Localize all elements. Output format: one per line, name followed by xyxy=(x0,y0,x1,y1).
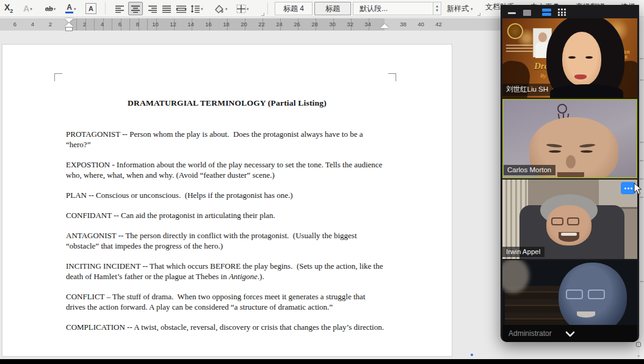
right-sidebar-strip xyxy=(639,0,644,359)
term-text: ANTAGONIST xyxy=(66,231,117,240)
video-tile-irwin-appel[interactable]: Irwin Appel xyxy=(502,180,637,259)
meeting-window-header[interactable] xyxy=(501,5,639,18)
glasses xyxy=(588,289,605,299)
font-color-icon[interactable]: A ▾ xyxy=(64,2,78,15)
term-text: COMPLICATION xyxy=(66,322,125,332)
glasses xyxy=(566,289,583,299)
paragraph-confidant: CONFIDANT -- Can aid the protagonist in … xyxy=(66,210,385,220)
paragraph-protagonist: PROTAGONIST -- Person whom the play is a… xyxy=(66,129,385,150)
line-spacing-icon[interactable]: ▾ xyxy=(189,2,204,15)
university-emblem xyxy=(507,23,523,39)
glasses xyxy=(551,217,563,225)
chevron-down-icon: ▾ xyxy=(225,7,228,11)
speaker-view-icon[interactable] xyxy=(542,9,551,17)
paragraph-plan: PLAN -- Conscious or unconscious. (Helps… xyxy=(66,190,385,200)
ruler-numbers-left: 642 xyxy=(6,21,59,27)
toolbar-divider xyxy=(105,2,106,15)
chevron-down-icon: ▾ xyxy=(74,7,76,11)
style-title[interactable]: 标题 xyxy=(314,2,351,15)
term-text: CONFLICT xyxy=(66,292,104,301)
paragraph-antagonist: ANTAGONIST -- The person directly in con… xyxy=(66,230,385,251)
term-text: PROTAGONIST xyxy=(66,129,120,139)
right-indent-marker[interactable] xyxy=(380,24,389,28)
margin-corner-mark xyxy=(54,73,62,81)
dreamcatcher-decor xyxy=(557,104,567,114)
subscript-2: 2 xyxy=(10,8,13,14)
definition-text: -- A twist, obstacle, reversal, discover… xyxy=(125,322,384,332)
collapse-chevron-button[interactable] xyxy=(562,329,579,339)
paragraph-inciting-incident: INCITING INCIDENT -- That which occurs B… xyxy=(66,261,385,282)
page-title: DRAMATURGIAL TERMINOLOGY (Partial Listin… xyxy=(2,98,452,108)
case-change-icon[interactable]: A▾ xyxy=(22,2,34,15)
participant-name-label: Irwin Appel xyxy=(502,247,545,257)
definition-text: .). xyxy=(258,272,264,281)
term-text: INCITING INCIDENT xyxy=(66,261,140,271)
ruler-numbers-middle: 246810121416182022242628303234 xyxy=(76,21,377,27)
glasses xyxy=(567,217,579,225)
document-text: PROTAGONIST -- Person whom the play is a… xyxy=(66,129,385,342)
mouse-cursor xyxy=(634,183,643,195)
paragraph-complication: COMPLICATION -- A twist, obstacle, rever… xyxy=(66,322,385,332)
italic-antigone: Antigone xyxy=(229,272,258,281)
chevron-down-icon: ▾ xyxy=(247,7,249,11)
highlight-pen-icon[interactable]: ab▾ xyxy=(44,2,57,15)
paragraph-expostion: EXPOSTION - Information about the world … xyxy=(66,159,385,180)
chevron-down-icon: ▾ xyxy=(30,7,32,11)
term-text: PLAN xyxy=(66,191,87,200)
ruler-numbers-right: 384042 xyxy=(394,21,447,27)
gallery-view-icon[interactable] xyxy=(558,9,566,16)
first-line-indent-marker[interactable] xyxy=(65,18,73,31)
definition-text: -- Can aid the protagonist in articulati… xyxy=(112,211,275,220)
term-text: CONFIDANT xyxy=(66,211,112,220)
chevron-down-icon: ▾ xyxy=(471,7,473,11)
subscript-x: X xyxy=(4,2,10,12)
document-page[interactable]: DRAMATURGIAL TERMINOLOGY (Partial Listin… xyxy=(2,44,452,357)
borders-grid-icon[interactable]: ▾ xyxy=(235,2,250,15)
video-tile-carlos-morton[interactable]: Carlos Morton xyxy=(502,99,637,178)
chevron-down-icon: ▾ xyxy=(54,7,56,11)
definition-text: – The stuff of drama. When two opposing … xyxy=(66,292,367,311)
horizontal-ruler: 642 246810121416182022242628303234 38404… xyxy=(0,18,501,31)
definition-text: - Information about the world of the pla… xyxy=(66,160,385,180)
align-center-icon[interactable] xyxy=(128,2,143,15)
char-border-icon[interactable]: A xyxy=(84,2,98,15)
font-color-swatch xyxy=(65,12,73,13)
style-default-paragraph[interactable]: 默认段... xyxy=(353,2,433,15)
spinner-down-icon[interactable]: ▼ xyxy=(435,9,439,13)
align-right-icon[interactable] xyxy=(147,2,159,15)
minimize-icon[interactable] xyxy=(508,12,516,14)
definition-text: -- Conscious or unconscious. (Helps if t… xyxy=(87,191,293,200)
paragraph-conflict: CONFLICT – The stuff of drama. When two … xyxy=(66,291,385,312)
new-style-button[interactable]: 新样式▾ xyxy=(447,2,473,15)
video-conference-window[interactable]: Dra By THEATER / DANCE 刘世红Liu SH Carlos … xyxy=(501,5,639,342)
chevron-down-icon: ▾ xyxy=(201,7,203,11)
comment-indicator-dot xyxy=(471,354,473,356)
margin-corner-mark xyxy=(388,73,396,81)
participant-name-label: 刘世红Liu SH xyxy=(502,84,552,96)
align-left-icon[interactable] xyxy=(114,2,126,15)
participant-name-label: Carlos Morton xyxy=(504,165,555,175)
subscript-icon[interactable]: X2 xyxy=(3,2,14,15)
maximize-icon[interactable] xyxy=(523,10,531,16)
style-heading4[interactable]: 标题 4 xyxy=(275,2,313,15)
bottom-black-bar xyxy=(0,359,644,364)
justify-icon[interactable] xyxy=(161,2,173,15)
video-tile-liu-sh[interactable]: Dra By THEATER / DANCE 刘世红Liu SH xyxy=(502,18,637,98)
toolbar-divider xyxy=(267,2,268,15)
term-text: EXPOSTION xyxy=(66,160,110,169)
spinner-up-icon[interactable]: ▲ xyxy=(435,4,439,9)
style-gallery-scroll[interactable]: ▲ ▼ xyxy=(433,2,441,15)
participant-name-label: Administrator xyxy=(508,329,552,338)
video-tile-administrator[interactable]: Administrator xyxy=(502,260,637,342)
distribute-text-icon[interactable] xyxy=(175,2,188,15)
dialog-launcher[interactable] xyxy=(261,13,264,16)
dialog-launcher[interactable] xyxy=(477,13,480,16)
shading-bucket-icon[interactable]: ▾ xyxy=(212,2,229,15)
background-text-by: By xyxy=(540,73,546,79)
select-browse-object-button[interactable] xyxy=(635,342,642,347)
